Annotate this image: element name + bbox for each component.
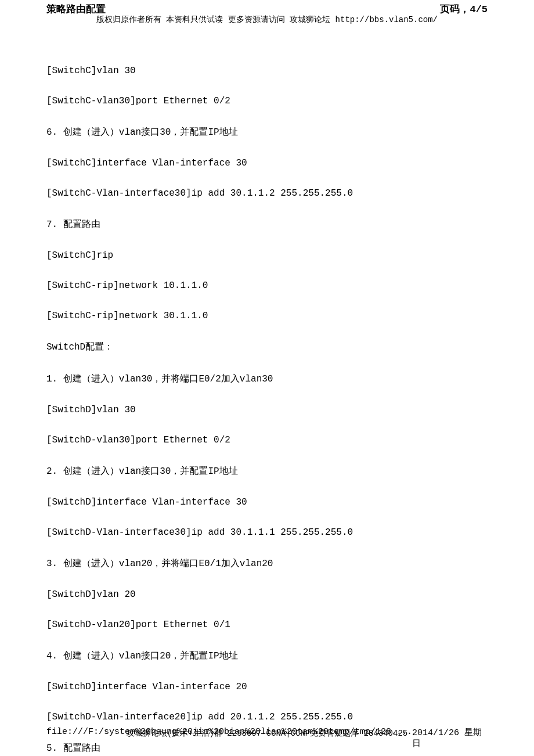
code-line: 2. 创建（进入）vlan接口30，并配置IP地址: [46, 465, 488, 477]
page-number: 页码，4/5: [440, 2, 488, 16]
code-line: [SwitchC-rip]network 30.1.1.0: [46, 311, 488, 321]
code-line: [SwitchC]interface Vlan-interface 30: [46, 158, 488, 168]
code-line: [SwitchD]interface Vlan-interface 30: [46, 497, 488, 507]
code-line: [SwitchC-Vlan-interface30]ip add 30.1.1.…: [46, 188, 488, 199]
code-line: 6. 创建（进入）vlan接口30，并配置IP地址: [46, 126, 488, 138]
document-title: 策略路由配置: [46, 2, 106, 16]
code-line: 4. 创建（进入）vlan接口20，并配置IP地址: [46, 650, 488, 662]
file-path: file:///F:/system%20haung%20jin%20bian%2…: [46, 727, 412, 749]
code-line: [SwitchC-vlan30]port Ethernet 0/2: [46, 96, 488, 106]
code-line: [SwitchD]vlan 20: [46, 589, 488, 600]
code-line: [SwitchC-rip]network 10.1.1.0: [46, 280, 488, 291]
code-line: [SwitchC]rip: [46, 250, 488, 261]
code-line: 3. 创建（进入）vlan20，并将端口E0/1加入vlan20: [46, 557, 488, 570]
code-line: [SwitchD-Vlan-interface20]ip add 20.1.1.…: [46, 712, 488, 722]
code-line: [SwitchD-vlan30]port Ethernet 0/2: [46, 435, 488, 445]
document-body: [SwitchC]vlan 30 [SwitchC-vlan30]port Et…: [0, 25, 534, 754]
code-line: [SwitchD]interface Vlan-interface 20: [46, 682, 488, 692]
code-line: 1. 创建（进入）vlan30，并将端口E0/2加入vlan30: [46, 373, 488, 385]
code-line: [SwitchD-Vlan-interface30]ip add 30.1.1.…: [46, 527, 488, 538]
code-line: [SwitchD-vlan20]port Ethernet 0/1: [46, 620, 488, 630]
code-line: [SwitchC]vlan 30: [46, 66, 488, 76]
copyright-notice: 版权归原作者所有 本资料只供试读 更多资源请访问 攻城狮论坛 http://bb…: [0, 15, 534, 25]
print-date: 2014/1/26 星期日: [412, 727, 488, 749]
page-header: 策略路由配置 页码，4/5: [0, 0, 534, 16]
code-line: 7. 配置路由: [46, 218, 488, 231]
code-line: SwitchD配置：: [46, 341, 488, 353]
code-line: [SwitchD]vlan 30: [46, 405, 488, 415]
footer-path-row: file:///F:/system%20haung%20jin%20bian%2…: [0, 727, 534, 749]
